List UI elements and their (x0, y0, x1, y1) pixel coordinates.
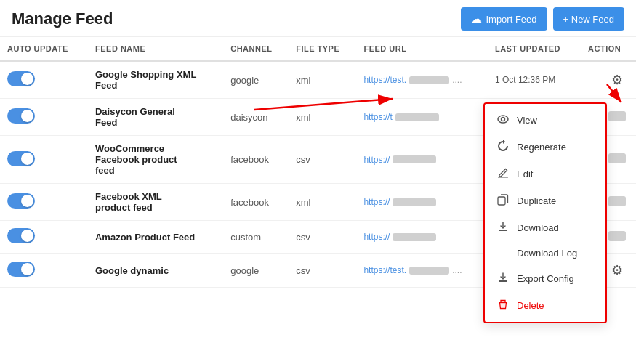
svg-rect-5 (499, 280, 507, 282)
action-blur (608, 196, 626, 206)
svg-point-1 (502, 118, 505, 121)
dropdown-item-label: Delete (517, 300, 544, 311)
url-prefix: https:// (363, 197, 390, 207)
url-prefix: https://t (363, 112, 392, 122)
col-feed-url: FEED URL (356, 37, 487, 61)
url-prefix: https:// (363, 155, 390, 165)
col-last-updated: LAST UPDATED (488, 37, 581, 61)
url-blurred (395, 113, 439, 121)
channel-cell: google (223, 61, 289, 99)
svg-point-0 (498, 116, 508, 123)
regenerate-icon (496, 140, 510, 154)
duplicate-icon (496, 194, 510, 208)
url-blurred (409, 76, 449, 84)
auto-update-toggle[interactable] (7, 193, 35, 209)
dropdown-item-download[interactable]: Download (485, 214, 605, 241)
col-file-type: FILE TYPE (289, 37, 356, 61)
url-blurred (393, 155, 436, 163)
col-feed-name: FEED NAME (88, 37, 223, 61)
dropdown-item-download-log[interactable]: Download Log (485, 241, 605, 265)
dropdown-item-edit[interactable]: Edit (485, 161, 605, 187)
cloud-icon: ☁ (471, 12, 482, 25)
dropdown-item-export-config[interactable]: Export Config (485, 265, 605, 292)
table-header-row: AUTO UPDATE FEED NAME CHANNEL FILE TYPE … (0, 37, 636, 61)
url-blurred (409, 267, 449, 275)
dropdown-item-label: Duplicate (517, 195, 556, 206)
feed-name-cell: Google Shopping XML Feed (95, 69, 197, 91)
feed-url-cell: https:// (356, 136, 487, 184)
feed-name-cell: WooCommerce Facebook product feed (95, 143, 197, 176)
auto-update-toggle[interactable] (7, 108, 35, 124)
import-feed-button[interactable]: ☁ Import Feed (461, 7, 547, 31)
url-blurred (393, 233, 436, 241)
channel-cell: google (223, 254, 289, 288)
auto-update-toggle[interactable] (7, 71, 35, 86)
url-prefix: https://test. (363, 75, 406, 85)
edit-icon (496, 167, 510, 181)
url-dots: .... (452, 75, 462, 85)
new-feed-button[interactable]: + New Feed (553, 7, 624, 31)
gear-button[interactable]: ⚙ (608, 261, 626, 280)
last-updated-cell: 1 Oct 12:36 PM (488, 61, 581, 99)
export-icon (496, 272, 510, 286)
feed-name-cell: Facebook XML product feed (95, 191, 197, 213)
url-prefix: https://test. (363, 265, 406, 275)
feed-url-cell: https://test. .... (356, 254, 487, 288)
delete-icon (496, 299, 510, 312)
url-blurred (393, 198, 436, 206)
filetype-cell: xml (289, 99, 356, 136)
table-row: Google Shopping XML Feedgooglexml https:… (0, 61, 636, 99)
filetype-cell: xml (289, 184, 356, 221)
svg-rect-4 (499, 230, 507, 231)
channel-cell: custom (223, 221, 289, 254)
gear-button[interactable]: ⚙ (608, 70, 626, 89)
dropdown-item-delete[interactable]: Delete (485, 292, 605, 319)
dropdown-item-label: Download Log (517, 248, 577, 259)
page-header: Manage Feed ☁ Import Feed + New Feed (0, 0, 636, 37)
action-cell: ⚙ (581, 61, 636, 99)
col-auto-update: AUTO UPDATE (0, 37, 88, 61)
dropdown-item-label: Export Config (517, 273, 574, 284)
dropdown-item-label: Edit (517, 169, 533, 179)
action-blur (608, 231, 626, 241)
action-blur (608, 153, 626, 163)
dropdown-item-regenerate[interactable]: Regenerate (485, 134, 605, 161)
download-icon (496, 221, 510, 235)
feed-url-cell: https:// (356, 184, 487, 221)
action-dropdown-menu: View Regenerate Edit Duplicate (483, 102, 607, 323)
dropdown-item-view[interactable]: View (485, 107, 605, 134)
auto-update-toggle[interactable] (7, 151, 35, 166)
col-channel: CHANNEL (223, 37, 289, 61)
view-icon (496, 113, 510, 127)
page-title: Manage Feed (12, 9, 113, 28)
channel-cell: facebook (223, 136, 289, 184)
dropdown-item-duplicate[interactable]: Duplicate (485, 187, 605, 214)
dropdown-item-label: View (517, 115, 537, 126)
url-prefix: https:// (363, 232, 390, 242)
feed-name-cell: Amazon Product Feed (95, 232, 197, 243)
svg-rect-3 (498, 197, 505, 205)
filetype-cell: csv (289, 136, 356, 184)
url-dots: .... (452, 265, 462, 275)
feed-url-cell: https://t (356, 99, 487, 136)
feed-url-cell: https:// (356, 221, 487, 254)
filetype-cell: csv (289, 254, 356, 288)
feed-url-cell: https://test. .... (356, 61, 487, 99)
feed-name-cell: Google dynamic (95, 265, 197, 276)
header-actions: ☁ Import Feed + New Feed (461, 7, 624, 31)
auto-update-toggle[interactable] (7, 262, 35, 277)
action-blur (608, 111, 626, 121)
channel-cell: facebook (223, 184, 289, 221)
col-action: ACTION (581, 37, 636, 61)
filetype-cell: xml (289, 61, 356, 99)
dropdown-item-label: Download (517, 222, 559, 233)
auto-update-toggle[interactable] (7, 228, 35, 243)
svg-rect-2 (498, 177, 508, 178)
feed-table-wrap: AUTO UPDATE FEED NAME CHANNEL FILE TYPE … (0, 37, 636, 288)
dropdown-item-label: Regenerate (517, 142, 566, 153)
channel-cell: daisycon (223, 99, 289, 136)
filetype-cell: csv (289, 221, 356, 254)
feed-name-cell: Daisycon General Feed (95, 106, 197, 128)
